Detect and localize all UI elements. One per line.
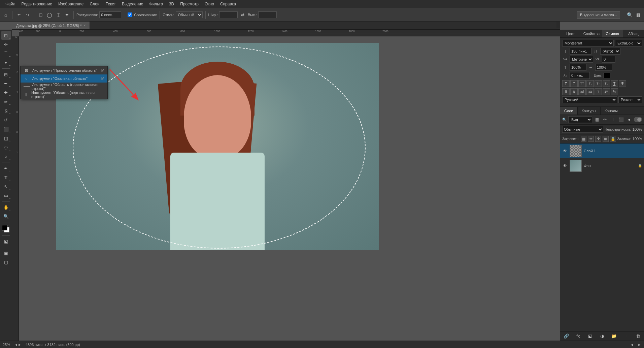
dropdown-item-ellipse[interactable]: ○ Инструмент "Овальная область" M	[21, 74, 107, 83]
layers-tab[interactable]: Слои	[560, 107, 578, 115]
menu-3d[interactable]: 3D	[166, 1, 177, 7]
layer-filter-5[interactable]: ●	[626, 116, 633, 123]
channels-tab[interactable]: Каналы	[601, 107, 622, 115]
lock-all-btn[interactable]: 🔒	[610, 136, 616, 142]
layer-group-btn[interactable]: 📁	[610, 333, 618, 340]
layer-filter-1[interactable]: ▦	[594, 116, 600, 123]
dropdown-item-rect[interactable]: ⊡ Инструмент "Прямоугольная область" M	[21, 66, 107, 74]
tracking-select[interactable]: Метрически	[570, 56, 593, 63]
layer-row[interactable]: 👁 Слой 1	[560, 144, 644, 158]
tool-rect-icon[interactable]: □	[37, 11, 44, 19]
screen-mode-btn[interactable]: ▣	[1, 249, 11, 257]
half-button[interactable]: ½	[611, 88, 618, 95]
width-input[interactable]	[219, 11, 238, 18]
aa-select[interactable]: Резкое	[618, 96, 642, 103]
tab-color[interactable]: Цвет	[560, 30, 581, 37]
panel-collapse-btn[interactable]	[556, 22, 560, 28]
foreground-color[interactable]	[2, 225, 7, 230]
redo-icon[interactable]: ↩	[24, 11, 31, 19]
paths-tab[interactable]: Контуры	[578, 107, 601, 115]
scale-h-input[interactable]	[570, 64, 586, 71]
panels-icon[interactable]: ▦	[635, 11, 642, 19]
blur-tool[interactable]: ◌ ▾	[1, 143, 11, 152]
height-input[interactable]	[258, 11, 277, 18]
brush-tool[interactable]: ✏ ▾	[1, 97, 11, 106]
menu-image[interactable]: Изображение	[56, 1, 87, 7]
color-picker[interactable]	[1, 224, 11, 233]
layer-filter-select[interactable]: Вид	[568, 116, 592, 123]
tab-close-button[interactable]: ×	[83, 24, 86, 27]
artboard-btn[interactable]: ▢	[1, 258, 11, 266]
allcaps-button[interactable]: TT	[578, 80, 586, 87]
dropdown-item-vrow[interactable]: ‖ Инструмент "Область (вертикальная стро…	[21, 91, 107, 99]
zoom-tool[interactable]: 🔍	[1, 212, 11, 221]
tracking-input[interactable]	[602, 56, 615, 63]
lock-artboard-btn[interactable]: ⊞	[603, 136, 609, 142]
oldstyle-button[interactable]: T	[595, 88, 602, 95]
nav-right[interactable]: ►	[638, 343, 641, 347]
magic-wand-tool[interactable]: ✦ ▾	[1, 58, 11, 67]
font-size-input[interactable]	[570, 48, 591, 55]
filter-toggle[interactable]	[634, 117, 642, 122]
tab-character[interactable]: Символ	[602, 30, 623, 37]
language-select[interactable]: Русский	[562, 96, 617, 103]
text-tool[interactable]: T ▾	[1, 173, 11, 182]
menu-file[interactable]: Файл	[3, 1, 18, 7]
leading-select[interactable]: (Авто)	[600, 48, 620, 55]
smallcaps-button[interactable]: Tt	[586, 80, 594, 87]
subscript-button[interactable]: T↓	[603, 80, 610, 87]
gradient-tool[interactable]: ◫ ▾	[1, 134, 11, 143]
blend-mode-select[interactable]: Обычные	[562, 126, 603, 133]
menu-edit[interactable]: Редактирование	[19, 1, 55, 7]
document-tab[interactable]: Девушка.jpg @ 25% (Слой 1, RGB/8) * ×	[12, 22, 90, 29]
quick-mask-icon[interactable]: ⬕	[1, 237, 11, 246]
layer-mask-btn[interactable]: ⬕	[586, 333, 594, 340]
superscript-button[interactable]: T↑	[595, 80, 602, 87]
layer-row-bg[interactable]: 👁 Фон 🔒	[560, 158, 644, 173]
search-panel-icon[interactable]: 🔍	[626, 11, 633, 19]
bold-button[interactable]: T	[562, 80, 570, 87]
lock-position-btn[interactable]: ✢	[595, 136, 601, 142]
dropdown-item-hrow[interactable]: ═══ Инструмент "Область (горизонтальная …	[21, 83, 107, 91]
history-brush-tool[interactable]: ↺	[1, 116, 11, 124]
layer-visibility-bg[interactable]: 👁	[562, 163, 568, 168]
tab-paragraph[interactable]: Абзац	[623, 30, 644, 37]
smooth-checkbox[interactable]	[128, 12, 132, 17]
fi-lig-button[interactable]: fi	[562, 88, 570, 95]
layer-adjust-btn[interactable]: ◑	[598, 333, 606, 340]
underline-button[interactable]: T	[611, 80, 618, 87]
menu-help[interactable]: Справка	[217, 1, 239, 7]
dodge-tool[interactable]: ○ ▾	[1, 152, 11, 161]
layer-filter-2[interactable]: ✏	[602, 116, 608, 123]
nav-left[interactable]: ◄	[630, 343, 634, 347]
layer-delete-btn[interactable]: 🗑	[634, 333, 642, 340]
style-select[interactable]: Обычный	[176, 11, 203, 18]
frac-button[interactable]: ad	[578, 88, 586, 95]
menu-text[interactable]: Текст	[103, 1, 118, 7]
lock-paint-btn[interactable]: ✏	[588, 136, 594, 142]
ordn-button[interactable]: aā	[586, 88, 594, 95]
scale-v-input[interactable]	[595, 64, 612, 71]
crop-tool[interactable]: ⊞ ▾	[1, 70, 11, 79]
feather-input[interactable]	[99, 11, 121, 18]
eraser-tool[interactable]: ⬛ ▾	[1, 125, 11, 133]
lasso-tool[interactable]: ⌒ ▾	[1, 49, 11, 58]
pen-tool[interactable]: ✒ ▾	[1, 164, 11, 172]
menu-window[interactable]: Окно	[202, 1, 217, 7]
heal-tool[interactable]: ✚ ▾	[1, 88, 11, 97]
tab-properties[interactable]: Свойства	[581, 30, 602, 37]
layer-filter-3[interactable]: T	[610, 116, 616, 123]
menu-view[interactable]: Просмотр	[177, 1, 201, 7]
baseline-input[interactable]	[570, 72, 590, 79]
eyedropper-tool[interactable]: ✒ ▾	[1, 79, 11, 88]
ord-button[interactable]: 1ˢᵗ	[603, 88, 610, 95]
menu-select[interactable]: Выделение	[119, 1, 146, 7]
clone-tool[interactable]: ⎘ ▾	[1, 106, 11, 115]
st-lig-button[interactable]: ∫t	[570, 88, 578, 95]
move-tool[interactable]: ✢	[1, 40, 11, 49]
home-icon[interactable]: ⌂	[2, 11, 9, 19]
layer-new-btn[interactable]: +	[622, 333, 630, 340]
path-select-tool[interactable]: ↖ ▾	[1, 182, 11, 191]
undo-icon[interactable]: ↩	[15, 11, 23, 19]
hand-tool[interactable]: ✋ ▾	[1, 203, 11, 212]
